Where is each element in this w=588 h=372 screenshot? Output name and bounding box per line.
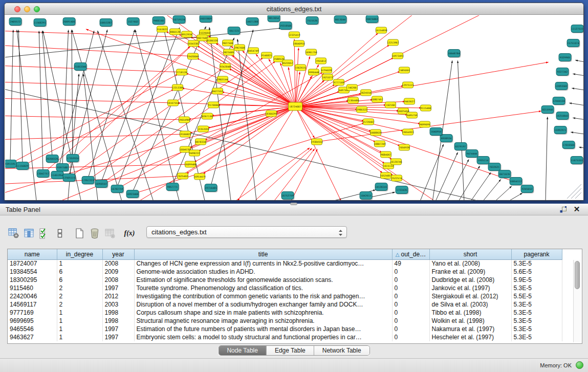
citation-edge-black[interactable] — [458, 60, 464, 201]
table-cell[interactable]: 1 — [57, 259, 102, 268]
graph-node-yellow[interactable]: 21364486 — [347, 97, 359, 103]
graph-node-yellow[interactable]: 9875685 — [224, 49, 234, 55]
graph-node-yellow[interactable]: 19166825 — [179, 131, 191, 137]
table-cell[interactable]: 1 — [57, 325, 102, 333]
table-cell[interactable]: 5.3E-5 — [511, 325, 562, 333]
table-cell[interactable]: 1 — [57, 309, 102, 317]
column-header-pagerank[interactable]: pagerank — [511, 249, 562, 259]
table-cell[interactable]: 2 — [57, 292, 102, 300]
network-window-titlebar[interactable]: citations_edges.txt — [5, 3, 583, 15]
graph-node-teal[interactable]: 8813054 — [268, 15, 281, 23]
citation-edge-black[interactable] — [468, 172, 491, 201]
table-cell[interactable]: 1998 — [102, 309, 134, 317]
graph-node-yellow[interactable]: 23420046 — [187, 53, 199, 59]
table-cell[interactable]: 1997 — [102, 333, 134, 341]
function-builder-icon[interactable]: f(x) — [123, 227, 136, 240]
table-row[interactable]: 946362711997Embryonic stem cells: a mode… — [8, 333, 562, 341]
graph-node-teal[interactable]: 20876882 — [366, 15, 379, 24]
citation-edge-black[interactable] — [172, 38, 234, 185]
graph-node-yellow[interactable]: 9990448 — [309, 69, 319, 75]
graph-node-yellow[interactable]: 8186328 — [207, 37, 218, 43]
graph-node-yellow[interactable]: 9463627 — [404, 98, 415, 104]
table-cell[interactable]: 22420046 — [8, 292, 57, 300]
table-cell[interactable]: 6 — [57, 268, 102, 276]
table-row[interactable]: 946554611997Estimation of the future num… — [8, 325, 562, 333]
graph-node-yellow[interactable]: 12325419 — [288, 32, 300, 38]
citation-edge-red[interactable] — [199, 106, 295, 151]
graph-node-teal[interactable]: 11451954 — [51, 171, 64, 180]
graph-node-yellow[interactable]: 19654985 — [178, 117, 190, 123]
table-cell[interactable]: 5.3E-5 — [511, 284, 562, 292]
citation-edge-red[interactable] — [57, 36, 202, 175]
graph-node-yellow[interactable]: 18107554 — [167, 100, 179, 106]
graph-node-yellow[interactable]: 12353594 — [197, 126, 209, 132]
graph-node-yellow[interactable]: 8522057 — [282, 60, 293, 66]
citation-edge-red[interactable] — [5, 82, 178, 87]
graph-node-teal[interactable]: 19218506 — [279, 22, 293, 31]
table-cell[interactable]: 2008 — [102, 259, 134, 268]
graph-node-yellow[interactable]: 16524851 — [380, 172, 391, 179]
citation-edge-black[interactable] — [88, 30, 135, 178]
table-cell[interactable]: 5.5E-5 — [511, 292, 562, 300]
delete-column-icon[interactable] — [88, 227, 101, 240]
graph-node-yellow[interactable]: 1562615 — [295, 64, 306, 71]
citation-edge-red[interactable] — [295, 15, 416, 106]
graph-node-yellow[interactable]: 15720407 — [362, 119, 374, 125]
graph-node-teal[interactable]: 19716485 — [205, 184, 218, 193]
citation-edge-red[interactable] — [197, 58, 295, 106]
citation-edge-black[interactable] — [39, 31, 43, 171]
citation-edge-red[interactable] — [280, 63, 295, 106]
table-row[interactable]: 911546021997Tourette syndrome. Phenomeno… — [8, 284, 562, 292]
graph-node-yellow[interactable]: 10807457 — [371, 96, 383, 102]
table-cell[interactable]: 18300295 — [8, 276, 57, 284]
table-cell[interactable]: Dudbridge et al. (2008) — [429, 276, 511, 284]
table-cell[interactable]: Disruption of a novel member of a sodium… — [134, 300, 392, 309]
graph-node-yellow[interactable]: 16961758 — [305, 49, 317, 55]
graph-node-yellow[interactable]: 162160 — [385, 102, 396, 108]
table-cell[interactable]: 0 — [392, 325, 429, 333]
window-resize-grip[interactable] — [571, 188, 581, 199]
table-cell[interactable]: de Silva et al. (2003) — [429, 300, 511, 309]
graph-node-teal[interactable]: 14136141 — [375, 183, 388, 192]
column-header-outde[interactable]: △out_de… — [392, 249, 429, 259]
table-cell[interactable]: 1 — [57, 317, 102, 325]
graph-node-teal[interactable]: 9227342 — [556, 68, 570, 77]
citation-edge-red[interactable] — [251, 148, 312, 201]
graph-node-teal[interactable]: 9391591 — [5, 160, 17, 169]
table-cell[interactable]: Genome-wide association studies in ADHD. — [134, 268, 392, 276]
citation-edge-red[interactable] — [295, 72, 300, 106]
table-cell[interactable]: 5.3E-5 — [511, 300, 562, 309]
graph-node-teal[interactable]: 2935114 — [477, 157, 490, 165]
graph-node-teal[interactable]: 16752759 — [281, 192, 295, 201]
table-row[interactable]: 1456911722003Disruption of a novel membe… — [8, 300, 562, 309]
graph-node-teal[interactable]: 17016504 — [562, 141, 576, 150]
table-cell[interactable]: 5.3E-5 — [511, 317, 562, 325]
graph-node-teal[interactable]: 1527602 — [127, 18, 140, 27]
graph-node-yellow[interactable]: 16543382 — [187, 40, 199, 47]
table-cell[interactable]: 2008 — [102, 276, 134, 284]
citation-edge-red[interactable] — [294, 39, 295, 106]
graph-node-yellow[interactable]: 9498222 — [189, 150, 200, 156]
table-row[interactable]: 1938455462009Genome-wide association stu… — [8, 268, 562, 276]
graph-node-teal[interactable]: 9329965 — [559, 54, 572, 62]
graph-node-teal[interactable]: 7515526 — [306, 17, 319, 26]
citation-edge-red[interactable] — [237, 106, 295, 201]
graph-node-yellow[interactable]: 10973493 — [391, 53, 403, 59]
table-cell[interactable]: Changes of HCN gene expression and I(f) … — [134, 259, 392, 268]
graph-node-yellow[interactable]: 16154838 — [375, 27, 387, 33]
graph-node-teal[interactable]: 20206526 — [46, 155, 59, 164]
table-cell[interactable]: 0 — [392, 300, 429, 309]
table-cell[interactable]: 2 — [57, 300, 102, 309]
graph-node-teal[interactable]: 15992971 — [554, 126, 568, 135]
graph-node-teal[interactable]: 21053346 — [74, 63, 88, 72]
table-cell[interactable]: 0 — [392, 268, 429, 276]
graph-node-teal[interactable]: 2405572 — [9, 18, 23, 27]
graph-node-teal[interactable]: 20691406 — [63, 18, 76, 27]
graph-node-yellow[interactable]: 8267130 — [202, 113, 213, 119]
table-row[interactable]: 969969511998Structural magnetic resonanc… — [8, 317, 562, 325]
graph-node-yellow[interactable]: 6794028 — [321, 67, 332, 73]
graph-node-yellow[interactable]: 2522574 — [391, 175, 402, 181]
citation-edge-red[interactable] — [295, 106, 315, 138]
graph-node-yellow[interactable]: 7656928 — [399, 144, 410, 150]
graph-node-teal[interactable]: 13042757 — [37, 170, 50, 179]
